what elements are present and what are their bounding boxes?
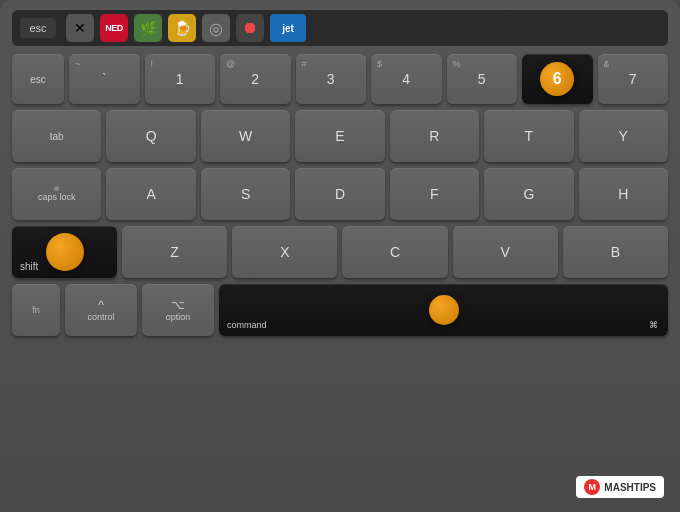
key-5[interactable]: % 5 [447,54,518,104]
key-s[interactable]: S [201,168,290,220]
qwerty-row: tab Q W E R T Y [12,110,668,162]
bottom-row: fn ^ control ⌥ option ⌘ command [12,284,668,336]
leaf-icon[interactable]: 🌿 [134,14,162,42]
key-4[interactable]: $ 4 [371,54,442,104]
watermark-icon: M [584,479,600,495]
key-2[interactable]: @ 2 [220,54,291,104]
key-3[interactable]: # 3 [296,54,367,104]
key-c[interactable]: C [342,226,447,278]
key-q[interactable]: Q [106,110,195,162]
key-6-dot: 6 [540,62,574,96]
caps-lock-indicator [54,186,59,191]
key-w[interactable]: W [201,110,290,162]
key-d[interactable]: D [295,168,384,220]
key-y[interactable]: Y [579,110,668,162]
close-btn-icon[interactable]: ✕ [66,14,94,42]
key-g[interactable]: G [484,168,573,220]
key-t[interactable]: T [484,110,573,162]
number-row: esc ~ ` ! 1 @ 2 # 3 $ 4 % 5 6 [12,54,668,104]
key-tilde[interactable]: ~ ` [69,54,140,104]
swirl-icon[interactable]: ◎ [202,14,230,42]
key-tab[interactable]: tab [12,110,101,162]
key-7[interactable]: & 7 [598,54,669,104]
key-shift[interactable]: shift [12,226,117,278]
key-caps-lock[interactable]: caps lock [12,168,101,220]
touch-bar-icons: ✕ NED 🌿 🍺 ◎ ⏺ jet [62,14,660,42]
key-r[interactable]: R [390,110,479,162]
watermark: M MASHTIPS [576,476,664,498]
ned-icon[interactable]: NED [100,14,128,42]
key-x[interactable]: X [232,226,337,278]
key-option[interactable]: ⌥ option [142,284,214,336]
key-command[interactable]: ⌘ command [219,284,668,336]
key-fn[interactable]: fn [12,284,60,336]
key-6[interactable]: 6 [522,54,593,104]
zxcv-row: shift Z X C V B [12,226,668,278]
command-dot [429,295,459,325]
shift-dot [46,233,84,271]
asdf-row: caps lock A S D F G H [12,168,668,220]
key-b[interactable]: B [563,226,668,278]
key-e[interactable]: E [295,110,384,162]
key-v[interactable]: V [453,226,558,278]
beer-icon[interactable]: 🍺 [168,14,196,42]
key-1[interactable]: ! 1 [145,54,216,104]
watermark-brand: MASHTIPS [604,482,656,493]
keyboard-container: esc ✕ NED 🌿 🍺 ◎ ⏺ jet esc ~ ` ! 1 @ 2 # [0,0,680,512]
key-a[interactable]: A [106,168,195,220]
touch-bar: esc ✕ NED 🌿 🍺 ◎ ⏺ jet [12,10,668,46]
rec-icon[interactable]: ⏺ [236,14,264,42]
jet-icon[interactable]: jet [270,14,306,42]
touch-bar-esc[interactable]: esc [20,18,56,38]
key-h[interactable]: H [579,168,668,220]
key-z[interactable]: Z [122,226,227,278]
key-esc[interactable]: esc [12,54,64,104]
key-f[interactable]: F [390,168,479,220]
key-control[interactable]: ^ control [65,284,137,336]
